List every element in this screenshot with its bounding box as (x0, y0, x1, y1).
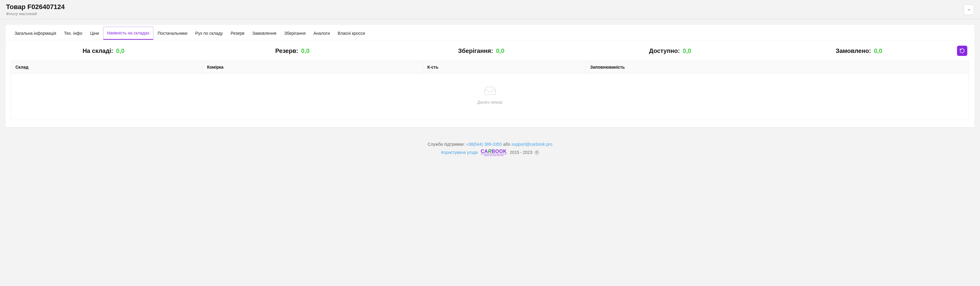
stock-table: Склад Комірка К-сть Заповнюваність Даних… (11, 61, 969, 120)
summary-row: На складі: 0,0 Резерв: 0,0 Зберігання: 0… (5, 40, 975, 59)
logo-part-2: R (488, 149, 492, 154)
col-fill[interactable]: Заповнюваність (586, 61, 969, 73)
support-phone-link[interactable]: +38(044) 389-3355 (466, 142, 502, 147)
refresh-icon (959, 48, 965, 54)
tab-stock[interactable]: Наявність на складах (103, 27, 153, 40)
carbook-logo: CARBOOK cause we love the cars (480, 149, 507, 156)
summary-reserve: Резерв: 0,0 (202, 48, 383, 54)
tab-general[interactable]: Загальна інформація (11, 25, 60, 40)
support-label: Служба підтримки: (428, 142, 466, 147)
summary-ordered: Замовлено: 0,0 (768, 48, 950, 54)
tab-reserve[interactable]: Резерв (227, 25, 248, 40)
header-action-button[interactable] (964, 5, 974, 15)
table-header-row: Склад Комірка К-сть Заповнюваність (11, 61, 969, 73)
summary-in-stock: На складі: 0,0 (13, 48, 194, 54)
footer: Служба підтримки: +38(044) 389-3355 або … (0, 133, 980, 171)
footer-years: 2015 - 2023 (510, 150, 533, 155)
summary-reserve-value: 0,0 (301, 48, 309, 54)
col-qty[interactable]: К-сть (423, 61, 585, 73)
tab-analogues[interactable]: Аналоги (310, 25, 333, 40)
footer-support: Служба підтримки: +38(044) 389-3355 або … (0, 142, 980, 147)
registered-icon: R (535, 151, 539, 155)
summary-available-label: Доступно: (649, 48, 680, 54)
page-subtitle: Фільтр масляний (6, 11, 65, 16)
tab-suppliers[interactable]: Постачальники (154, 25, 191, 40)
col-warehouse[interactable]: Склад (11, 61, 203, 73)
tab-movement[interactable]: Рух по складу (192, 25, 227, 40)
summary-ordered-value: 0,0 (874, 48, 882, 54)
summary-storage-value: 0,0 (496, 48, 504, 54)
summary-reserve-label: Резерв: (275, 48, 298, 54)
summary-ordered-label: Замовлено: (836, 48, 871, 54)
table-empty-row: Даних немає (11, 73, 969, 120)
summary-available: Доступно: 0,0 (579, 48, 761, 54)
support-email-link[interactable]: support@carbook.pro (511, 142, 552, 147)
tab-storage[interactable]: Зберігання (281, 25, 309, 40)
summary-in-stock-value: 0,0 (116, 48, 125, 54)
page-header: Товар F026407124 Фільтр масляний (0, 0, 980, 19)
support-or: або (503, 142, 511, 147)
empty-state: Даних немає (11, 73, 969, 120)
summary-storage: Зберігання: 0,0 (390, 48, 572, 54)
user-agreement-link[interactable]: Користувача угода (441, 150, 477, 155)
tabs: Загальна інформація Тех. інфо Ціни Наявн… (5, 25, 975, 40)
tab-tech[interactable]: Тех. інфо (60, 25, 86, 40)
logo-part-3: BOOK (492, 149, 507, 154)
tab-prices[interactable]: Ціни (86, 25, 103, 40)
tab-crosses[interactable]: Власні кросси (334, 25, 369, 40)
empty-state-text: Даних немає (11, 100, 969, 105)
logo-tagline: cause we love the cars (480, 154, 507, 156)
barcode-icon (967, 7, 970, 12)
summary-available-value: 0,0 (682, 48, 691, 54)
main-card: Загальна інформація Тех. інфо Ціни Наявн… (5, 25, 975, 127)
summary-storage-label: Зберігання: (458, 48, 493, 54)
footer-bottom: Користувача угода CARBOOK cause we love … (0, 149, 980, 156)
page-header-left: Товар F026407124 Фільтр масляний (6, 3, 65, 16)
refresh-button[interactable] (957, 46, 967, 56)
page-title: Товар F026407124 (6, 3, 65, 11)
summary-in-stock-label: На складі: (83, 48, 113, 54)
inbox-icon (483, 86, 497, 97)
tab-orders[interactable]: Замовлення (249, 25, 280, 40)
logo-part-1: CA (480, 149, 488, 154)
col-cell[interactable]: Комірка (203, 61, 423, 73)
